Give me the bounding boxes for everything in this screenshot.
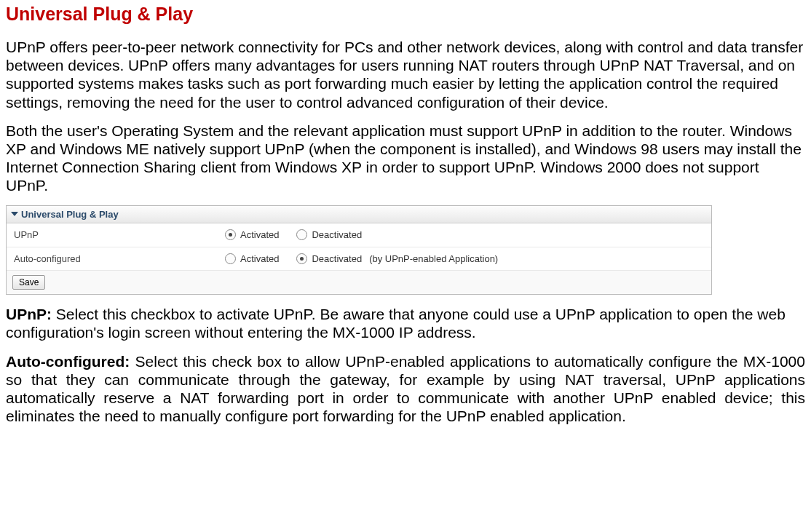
collapse-icon[interactable] — [11, 212, 18, 216]
page-title: Universal Plug & Play — [6, 3, 805, 25]
desc-upnp: UPnP: Select this checkbox to activate U… — [6, 305, 805, 341]
panel-header: Universal Plug & Play — [7, 206, 711, 224]
autoconf-suffix: (by UPnP-enabled Application) — [369, 253, 498, 265]
upnp-deactivated-label: Deactivated — [312, 229, 362, 241]
upnp-activated-radio[interactable] — [225, 229, 236, 240]
autoconf-deactivated-label: Deactivated — [312, 253, 362, 265]
upnp-activated-label: Activated — [240, 229, 279, 241]
save-button[interactable]: Save — [12, 275, 45, 290]
row-upnp-label: UPnP — [14, 229, 225, 241]
desc-autoconf: Auto-configured: Select this check box t… — [6, 352, 805, 426]
row-autoconf-label: Auto-configured — [14, 253, 225, 265]
panel-header-label: Universal Plug & Play — [21, 209, 119, 221]
desc-upnp-bold: UPnP: — [6, 306, 56, 322]
upnp-settings-panel: Universal Plug & Play UPnP Activated Dea… — [6, 205, 712, 295]
autoconf-activated-radio[interactable] — [225, 253, 236, 264]
panel-footer: Save — [7, 271, 711, 294]
intro-paragraph-1: UPnP offers peer-to-peer network connect… — [6, 38, 805, 111]
intro-paragraph-2: Both the user's Operating System and the… — [6, 122, 805, 195]
row-upnp: UPnP Activated Deactivated — [7, 223, 711, 247]
row-autoconf-controls: Activated Deactivated (by UPnP-enabled A… — [225, 253, 498, 265]
desc-autoconf-bold: Auto-configured: — [6, 353, 135, 370]
desc-upnp-text: Select this checkbox to activate UPnP. B… — [6, 306, 786, 341]
autoconf-activated-label: Activated — [240, 253, 279, 265]
autoconf-deactivated-radio[interactable] — [296, 253, 307, 264]
row-autoconf: Auto-configured Activated Deactivated (b… — [7, 247, 711, 271]
row-upnp-controls: Activated Deactivated — [225, 229, 375, 241]
upnp-deactivated-radio[interactable] — [296, 229, 307, 240]
